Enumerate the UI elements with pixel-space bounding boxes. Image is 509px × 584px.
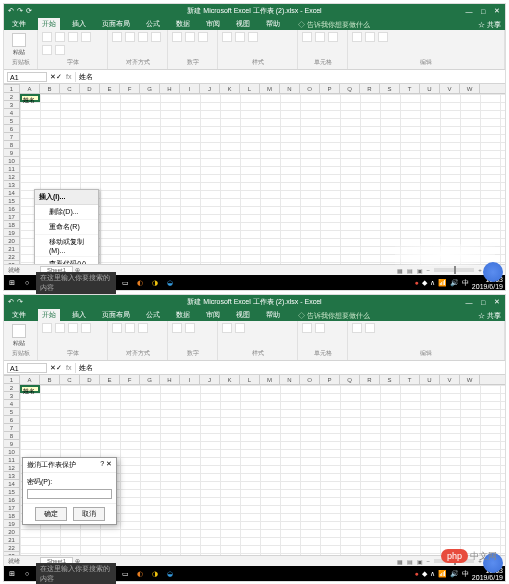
col-header[interactable]: E bbox=[100, 375, 120, 384]
view-break[interactable]: ▣ bbox=[417, 267, 423, 274]
col-header[interactable]: T bbox=[400, 84, 420, 93]
tray-ime[interactable]: 中 bbox=[462, 278, 469, 288]
start-button[interactable]: ⊞ bbox=[6, 277, 18, 289]
zoom-in[interactable]: + bbox=[478, 267, 482, 273]
row-header[interactable]: 6 bbox=[4, 416, 19, 424]
row-header[interactable]: 10 bbox=[4, 448, 19, 456]
col-header[interactable]: B bbox=[40, 375, 60, 384]
row-header[interactable]: 1 bbox=[4, 376, 19, 384]
col-header[interactable]: O bbox=[300, 375, 320, 384]
view-normal[interactable]: ▦ bbox=[397, 558, 403, 565]
row-header[interactable]: 17 bbox=[4, 213, 19, 221]
col-header[interactable]: K bbox=[220, 375, 240, 384]
share-button[interactable]: ☆ 共享 bbox=[478, 311, 501, 321]
col-header[interactable]: J bbox=[200, 375, 220, 384]
row-header[interactable]: 14 bbox=[4, 189, 19, 197]
minimize-button[interactable]: — bbox=[465, 8, 473, 15]
row-header[interactable]: 9 bbox=[4, 440, 19, 448]
row-header[interactable]: 13 bbox=[4, 181, 19, 189]
view-layout[interactable]: ▤ bbox=[407, 558, 413, 565]
tray-wifi-icon[interactable]: 📶 bbox=[438, 570, 447, 578]
col-header[interactable]: L bbox=[240, 84, 260, 93]
tab-insert[interactable]: 插入 bbox=[68, 309, 90, 321]
dialog-help-icon[interactable]: ? bbox=[100, 460, 104, 467]
maximize-button[interactable]: □ bbox=[479, 299, 487, 306]
row-header[interactable]: 23 bbox=[4, 261, 19, 264]
name-box[interactable]: A1 bbox=[7, 72, 47, 82]
col-header[interactable]: C bbox=[60, 375, 80, 384]
col-header[interactable]: U bbox=[420, 375, 440, 384]
tell-me[interactable]: ◇ 告诉我你想要做什么 bbox=[298, 20, 370, 30]
view-normal[interactable]: ▦ bbox=[397, 267, 403, 274]
font-btn[interactable] bbox=[42, 32, 52, 42]
tab-data[interactable]: 数据 bbox=[172, 309, 194, 321]
tab-home[interactable]: 开始 bbox=[38, 18, 60, 30]
tray-icon[interactable]: ● bbox=[415, 570, 419, 577]
col-header[interactable]: O bbox=[300, 84, 320, 93]
cell-a1[interactable]: 姓名 bbox=[20, 385, 40, 393]
formula-bar[interactable]: 姓名 bbox=[75, 72, 505, 82]
menu-item[interactable]: 移动或复制(M)... bbox=[35, 235, 98, 257]
col-header[interactable]: N bbox=[280, 84, 300, 93]
name-box[interactable]: A1 bbox=[7, 363, 47, 373]
row-header[interactable]: 2 bbox=[4, 384, 19, 392]
tab-help[interactable]: 帮助 bbox=[262, 309, 284, 321]
ok-button[interactable]: 确定 bbox=[35, 507, 67, 521]
tray-icon[interactable]: ∧ bbox=[430, 279, 435, 287]
col-header[interactable]: D bbox=[80, 84, 100, 93]
paste-button[interactable]: 粘贴 bbox=[8, 32, 30, 58]
col-header[interactable]: I bbox=[180, 84, 200, 93]
view-break[interactable]: ▣ bbox=[417, 558, 423, 565]
spreadsheet-grid[interactable]: 123456789101112131415161718192021222324 … bbox=[4, 375, 505, 555]
row-header[interactable]: 23 bbox=[4, 552, 19, 555]
tray-icon[interactable]: ◆ bbox=[422, 570, 427, 578]
taskbar-search[interactable]: 在这里输入你要搜索的内容 bbox=[36, 563, 116, 585]
dialog-close-icon[interactable]: ✕ bbox=[106, 460, 112, 467]
col-header[interactable]: C bbox=[60, 84, 80, 93]
task-icon[interactable]: ◐ bbox=[134, 568, 146, 580]
tab-data[interactable]: 数据 bbox=[172, 18, 194, 30]
col-header[interactable]: W bbox=[460, 84, 480, 93]
row-header[interactable]: 16 bbox=[4, 205, 19, 213]
col-header[interactable]: S bbox=[380, 375, 400, 384]
fx-icon[interactable]: fx bbox=[62, 364, 75, 371]
tray-icon[interactable]: ● bbox=[415, 279, 419, 286]
col-header[interactable]: Q bbox=[340, 84, 360, 93]
tab-view[interactable]: 视图 bbox=[232, 309, 254, 321]
formula-bar[interactable]: 姓名 bbox=[75, 363, 505, 373]
row-header[interactable]: 20 bbox=[4, 237, 19, 245]
task-icon[interactable]: ◐ bbox=[134, 277, 146, 289]
menu-insert[interactable]: 插入(I)... bbox=[35, 190, 98, 205]
row-header[interactable]: 21 bbox=[4, 536, 19, 544]
close-button[interactable]: ✕ bbox=[493, 298, 501, 306]
row-header[interactable]: 18 bbox=[4, 512, 19, 520]
taskbar-search[interactable]: 在这里输入你要搜索的内容 bbox=[36, 272, 116, 294]
col-header[interactable]: L bbox=[240, 375, 260, 384]
row-header[interactable]: 4 bbox=[4, 109, 19, 117]
zoom-out[interactable]: − bbox=[427, 267, 431, 273]
row-header[interactable]: 19 bbox=[4, 229, 19, 237]
tab-home[interactable]: 开始 bbox=[38, 309, 60, 321]
col-header[interactable]: A bbox=[20, 84, 40, 93]
tab-review[interactable]: 审阅 bbox=[202, 309, 224, 321]
zoom-slider[interactable] bbox=[434, 268, 474, 272]
col-header[interactable]: A bbox=[20, 375, 40, 384]
col-header[interactable]: S bbox=[380, 84, 400, 93]
cancel-button[interactable]: 取消 bbox=[73, 507, 105, 521]
col-header[interactable]: Q bbox=[340, 375, 360, 384]
tab-review[interactable]: 审阅 bbox=[202, 18, 224, 30]
maximize-button[interactable]: □ bbox=[479, 8, 487, 15]
tray-volume-icon[interactable]: 🔊 bbox=[450, 279, 459, 287]
view-layout[interactable]: ▤ bbox=[407, 267, 413, 274]
row-header[interactable]: 10 bbox=[4, 157, 19, 165]
tab-help[interactable]: 帮助 bbox=[262, 18, 284, 30]
col-header[interactable]: N bbox=[280, 375, 300, 384]
task-icon[interactable]: ◑ bbox=[149, 568, 161, 580]
close-button[interactable]: ✕ bbox=[493, 7, 501, 15]
tell-me[interactable]: ◇ 告诉我你想要做什么 bbox=[298, 311, 370, 321]
col-header[interactable]: V bbox=[440, 84, 460, 93]
col-header[interactable]: P bbox=[320, 84, 340, 93]
row-header[interactable]: 15 bbox=[4, 197, 19, 205]
col-header[interactable]: F bbox=[120, 84, 140, 93]
task-icon[interactable]: ◒ bbox=[164, 277, 176, 289]
